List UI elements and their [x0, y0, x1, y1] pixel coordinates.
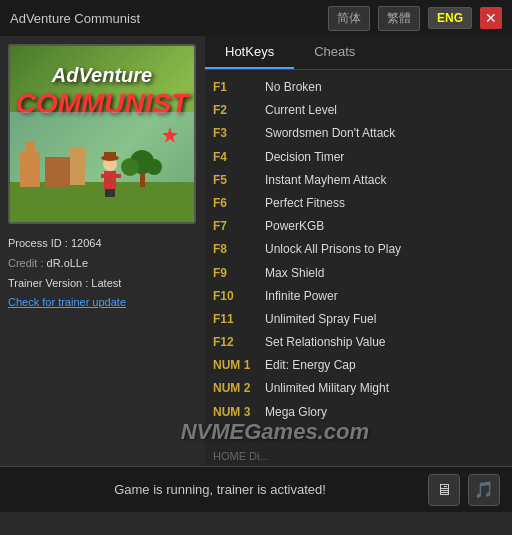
svg-rect-15 [110, 189, 115, 197]
cheat-key: F10 [213, 287, 265, 306]
cheat-item: NUM 2Unlimited Military Might [213, 377, 504, 400]
cheat-item: F10Infinite Power [213, 285, 504, 308]
credit-line: Credit : dR.oLLe [8, 254, 197, 274]
status-icons: 🖥 🎵 [428, 474, 500, 506]
cheat-desc: Unlock All Prisons to Play [265, 240, 401, 259]
cheat-desc: Decision Timer [265, 148, 344, 167]
cheat-key: F11 [213, 310, 265, 329]
process-id: Process ID : 12064 [8, 234, 197, 254]
svg-rect-11 [104, 171, 116, 189]
cheat-item: F1No Broken [213, 76, 504, 99]
cheat-desc: Mega Glory [265, 403, 327, 422]
cheat-desc: Infinite Power [265, 287, 338, 306]
cheat-key: F8 [213, 240, 265, 259]
cheat-item: NUM 1Edit: Energy Cap [213, 354, 504, 377]
music-icon-btn[interactable]: 🎵 [468, 474, 500, 506]
status-message: Game is running, trainer is activated! [12, 482, 428, 497]
svg-rect-1 [10, 182, 196, 222]
cheat-item: F4Decision Timer [213, 146, 504, 169]
close-button[interactable]: ✕ [480, 7, 502, 29]
cheat-desc: Perfect Fitness [265, 194, 345, 213]
cheat-item: F11Unlimited Spray Fuel [213, 308, 504, 331]
cheat-item: F9Max Shield [213, 262, 504, 285]
cheat-key: NUM 2 [213, 379, 265, 398]
svg-rect-14 [105, 189, 110, 197]
tab-cheats[interactable]: Cheats [294, 36, 375, 69]
title-bar: AdVenture Communist 简体 繁體 ENG ✕ [0, 0, 512, 36]
cheat-item: F3Swordsmen Don't Attack [213, 122, 504, 145]
cheat-item: F12Set Relationship Value [213, 331, 504, 354]
cheat-desc: Edit: Energy Cap [265, 356, 356, 375]
svg-rect-2 [20, 152, 40, 187]
monitor-icon-btn[interactable]: 🖥 [428, 474, 460, 506]
cheat-key: F7 [213, 217, 265, 236]
cheat-key: F6 [213, 194, 265, 213]
cover-title-adventure: AdVenture [52, 64, 152, 87]
cheat-item: NUM 3Mega Glory [213, 401, 504, 424]
trainer-link-line: Check for trainer update [8, 293, 197, 313]
main-area: AdVenture COMMUNIST [0, 36, 512, 466]
music-icon: 🎵 [474, 480, 494, 499]
title-bar-controls: 简体 繁體 ENG ✕ [328, 6, 502, 31]
svg-rect-13 [113, 174, 121, 178]
svg-rect-12 [101, 174, 109, 178]
status-bar: Game is running, trainer is activated! 🖥… [0, 466, 512, 512]
svg-point-9 [146, 159, 162, 175]
cheat-desc: Unlimited Military Might [265, 379, 389, 398]
info-section: Process ID : 12064 Credit : dR.oLLe Trai… [8, 234, 197, 313]
cheat-item: F6Perfect Fitness [213, 192, 504, 215]
left-panel: AdVenture COMMUNIST [0, 36, 205, 466]
cheat-desc: No Broken [265, 78, 322, 97]
cheat-key: F4 [213, 148, 265, 167]
svg-rect-5 [70, 147, 85, 185]
cheat-item: F7PowerKGB [213, 215, 504, 238]
trainer-update-link[interactable]: Check for trainer update [8, 296, 126, 308]
svg-point-8 [121, 158, 139, 176]
cover-art [10, 112, 194, 222]
tab-bar: HotKeys Cheats [205, 36, 512, 70]
cheat-key: F2 [213, 101, 265, 120]
cheat-key: F9 [213, 264, 265, 283]
traditional-chinese-btn[interactable]: 繁體 [378, 6, 420, 31]
cheat-desc: Max Shield [265, 264, 324, 283]
svg-rect-17 [104, 152, 116, 160]
cheat-desc: Swordsmen Don't Attack [265, 124, 395, 143]
cheat-key: F1 [213, 78, 265, 97]
svg-rect-4 [45, 157, 70, 187]
english-btn[interactable]: ENG [428, 7, 472, 29]
right-panel: HotKeys Cheats F1No BrokenF2Current Leve… [205, 36, 512, 466]
cheat-key: NUM 3 [213, 403, 265, 422]
cheat-item: F2Current Level [213, 99, 504, 122]
svg-rect-3 [25, 142, 35, 154]
cheat-desc: PowerKGB [265, 217, 324, 236]
cheats-list: F1No BrokenF2Current LevelF3Swordsmen Do… [205, 70, 512, 446]
cheat-desc: Instant Mayhem Attack [265, 171, 386, 190]
monitor-icon: 🖥 [436, 481, 452, 499]
cheat-desc: Current Level [265, 101, 337, 120]
window-title: AdVenture Communist [10, 11, 328, 26]
tab-hotkeys[interactable]: HotKeys [205, 36, 294, 69]
cheat-key: NUM 1 [213, 356, 265, 375]
game-cover: AdVenture COMMUNIST [8, 44, 196, 224]
simplified-chinese-btn[interactable]: 简体 [328, 6, 370, 31]
cheat-key: F12 [213, 333, 265, 352]
cheat-desc: Unlimited Spray Fuel [265, 310, 376, 329]
trainer-version-line: Trainer Version : Latest [8, 274, 197, 294]
cheat-key: F3 [213, 124, 265, 143]
cheat-key: F5 [213, 171, 265, 190]
cheat-item: F5Instant Mayhem Attack [213, 169, 504, 192]
cheat-desc: Set Relationship Value [265, 333, 386, 352]
home-div-label: HOME Di... [205, 446, 512, 466]
cheat-item: F8Unlock All Prisons to Play [213, 238, 504, 261]
